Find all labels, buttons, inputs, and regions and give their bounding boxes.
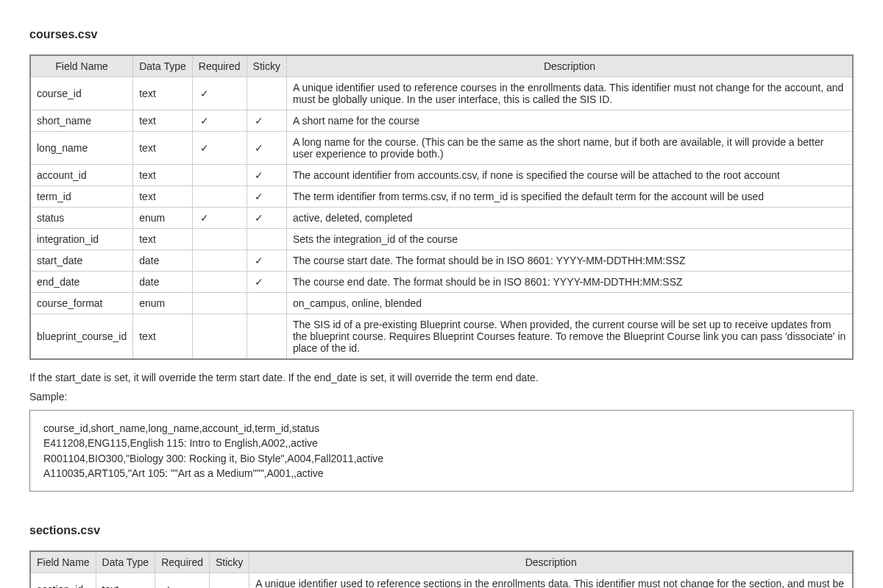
table-row: section_idtext✓A unique identifier used … — [30, 573, 853, 588]
cell-sticky — [247, 77, 286, 110]
cell-required — [192, 272, 247, 293]
table-row: short_nametext✓✓A short name for the cou… — [30, 110, 853, 132]
sections-table: Field Name Data Type Required Sticky Des… — [29, 550, 854, 588]
cell-field-name: end_date — [30, 272, 133, 293]
table-row: term_idtext✓The term identifier from ter… — [30, 186, 853, 208]
cell-required — [192, 314, 247, 360]
cell-data-type: enum — [133, 293, 193, 314]
cell-required: ✓ — [155, 573, 210, 588]
cell-data-type: text — [133, 165, 193, 186]
sample-label: Sample: — [29, 391, 854, 403]
cell-data-type: text — [96, 573, 155, 588]
cell-sticky: ✓ — [247, 186, 286, 208]
cell-description: A long name for the course. (This can be… — [286, 132, 853, 165]
th-required: Required — [155, 551, 210, 573]
cell-sticky: ✓ — [247, 110, 286, 132]
cell-description: A unique identifier used to reference co… — [286, 77, 853, 110]
sections-heading: sections.csv — [29, 524, 854, 537]
cell-required: ✓ — [192, 132, 247, 165]
cell-description: The course end date. The format should b… — [286, 272, 853, 293]
cell-required: ✓ — [192, 110, 247, 132]
table-row: end_datedate✓The course end date. The fo… — [30, 272, 853, 293]
table-row: account_idtext✓The account identifier fr… — [30, 165, 853, 186]
cell-sticky — [247, 229, 286, 250]
cell-required — [192, 229, 247, 250]
table-row: blueprint_course_idtextThe SIS id of a p… — [30, 314, 853, 360]
cell-data-type: text — [133, 186, 193, 208]
cell-field-name: short_name — [30, 110, 133, 132]
cell-required: ✓ — [192, 208, 247, 229]
cell-field-name: blueprint_course_id — [30, 314, 133, 360]
table-row: course_idtext✓A unique identifier used t… — [30, 77, 853, 110]
cell-sticky — [247, 293, 286, 314]
courses-sample: course_id,short_name,long_name,account_i… — [29, 410, 854, 492]
cell-description: The term identifier from terms.csv, if n… — [286, 186, 853, 208]
cell-description: A short name for the course — [286, 110, 853, 132]
cell-description: Sets the integration_id of the course — [286, 229, 853, 250]
courses-heading: courses.csv — [29, 28, 854, 41]
th-data-type: Data Type — [96, 551, 155, 573]
th-field-name: Field Name — [30, 551, 96, 573]
th-description: Description — [286, 55, 853, 77]
cell-description: The account identifier from accounts.csv… — [286, 165, 853, 186]
cell-field-name: section_id — [30, 573, 96, 588]
cell-required — [192, 165, 247, 186]
cell-description: A unique identifier used to reference se… — [249, 573, 853, 588]
sections-header-row: Field Name Data Type Required Sticky Des… — [30, 551, 853, 573]
cell-required: ✓ — [192, 77, 247, 110]
courses-header-row: Field Name Data Type Required Sticky Des… — [30, 55, 853, 77]
cell-field-name: course_format — [30, 293, 133, 314]
cell-field-name: start_date — [30, 250, 133, 272]
cell-field-name: long_name — [30, 132, 133, 165]
cell-sticky — [209, 573, 249, 588]
cell-data-type: date — [133, 272, 193, 293]
cell-data-type: text — [133, 132, 193, 165]
cell-data-type: date — [133, 250, 193, 272]
table-row: statusenum✓✓active, deleted, completed — [30, 208, 853, 229]
cell-sticky: ✓ — [247, 165, 286, 186]
cell-data-type: text — [133, 314, 193, 360]
table-row: long_nametext✓✓A long name for the cours… — [30, 132, 853, 165]
table-row: course_formatenumon_campus, online, blen… — [30, 293, 853, 314]
courses-note: If the start_date is set, it will overri… — [29, 372, 854, 383]
cell-sticky — [247, 314, 286, 360]
cell-description: active, deleted, completed — [286, 208, 853, 229]
cell-data-type: enum — [133, 208, 193, 229]
cell-required — [192, 250, 247, 272]
th-sticky: Sticky — [247, 55, 286, 77]
cell-field-name: status — [30, 208, 133, 229]
table-row: integration_idtextSets the integration_i… — [30, 229, 853, 250]
cell-description: The SIS id of a pre-existing Blueprint c… — [286, 314, 853, 360]
table-row: start_datedate✓The course start date. Th… — [30, 250, 853, 272]
cell-sticky: ✓ — [247, 250, 286, 272]
th-required: Required — [192, 55, 247, 77]
th-field-name: Field Name — [30, 55, 133, 77]
cell-required — [192, 186, 247, 208]
cell-description: on_campus, online, blended — [286, 293, 853, 314]
cell-description: The course start date. The format should… — [286, 250, 853, 272]
cell-data-type: text — [133, 77, 193, 110]
cell-field-name: integration_id — [30, 229, 133, 250]
th-sticky: Sticky — [209, 551, 249, 573]
cell-required — [192, 293, 247, 314]
th-data-type: Data Type — [133, 55, 193, 77]
cell-sticky: ✓ — [247, 208, 286, 229]
cell-field-name: course_id — [30, 77, 133, 110]
courses-table: Field Name Data Type Required Sticky Des… — [29, 54, 854, 360]
cell-data-type: text — [133, 110, 193, 132]
th-description: Description — [249, 551, 853, 573]
cell-sticky: ✓ — [247, 272, 286, 293]
cell-data-type: text — [133, 229, 193, 250]
cell-sticky: ✓ — [247, 132, 286, 165]
cell-field-name: term_id — [30, 186, 133, 208]
cell-field-name: account_id — [30, 165, 133, 186]
